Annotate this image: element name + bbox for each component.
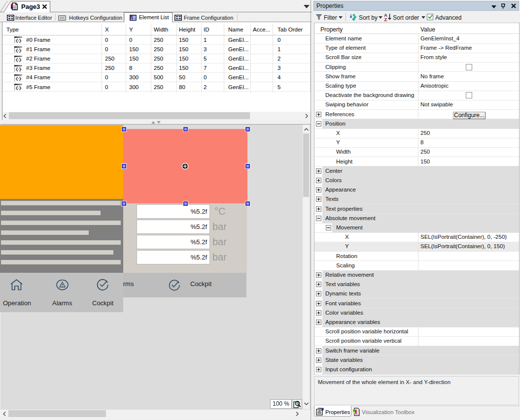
svg-text:Z: Z	[384, 17, 387, 22]
